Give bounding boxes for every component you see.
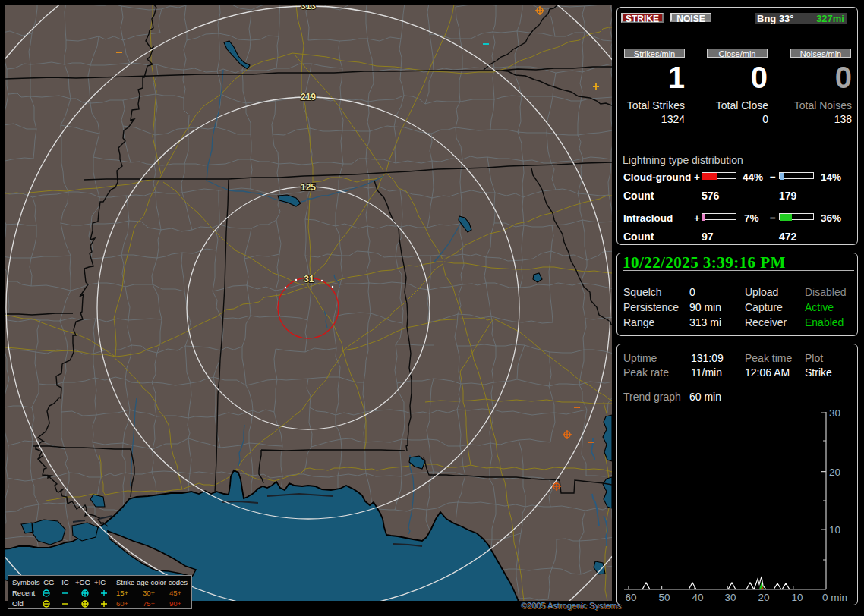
svg-text:30+: 30+ [143, 589, 156, 597]
svg-text:Recent: Recent [12, 589, 35, 597]
svg-text:60: 60 [625, 592, 636, 603]
svg-text:40: 40 [692, 592, 703, 603]
svg-text:313: 313 [301, 5, 316, 11]
svg-text:30: 30 [724, 592, 736, 603]
svg-text:50: 50 [658, 592, 670, 603]
svg-text:31: 31 [304, 274, 314, 284]
svg-text:45+: 45+ [169, 589, 182, 597]
svg-text:15+: 15+ [116, 589, 129, 597]
svg-text:30: 30 [829, 407, 840, 419]
svg-text:-CG: -CG [41, 578, 54, 586]
svg-text:20: 20 [758, 592, 769, 603]
svg-text:219: 219 [301, 92, 316, 102]
svg-text:+CG: +CG [75, 578, 90, 586]
svg-text:60+: 60+ [116, 599, 129, 608]
svg-text:10: 10 [829, 524, 840, 536]
svg-text:Symbols: Symbols [12, 578, 40, 586]
svg-text:125: 125 [301, 182, 316, 193]
svg-text:0 min: 0 min [822, 592, 847, 603]
svg-text:Strike age color codes: Strike age color codes [116, 578, 188, 586]
svg-text:20: 20 [829, 467, 840, 478]
svg-text:-IC: -IC [59, 578, 69, 586]
svg-text:+IC: +IC [94, 578, 106, 586]
svg-text:Old: Old [12, 599, 24, 608]
svg-text:10: 10 [791, 592, 803, 603]
svg-text:75+: 75+ [143, 599, 156, 608]
svg-text:90+: 90+ [169, 599, 182, 608]
